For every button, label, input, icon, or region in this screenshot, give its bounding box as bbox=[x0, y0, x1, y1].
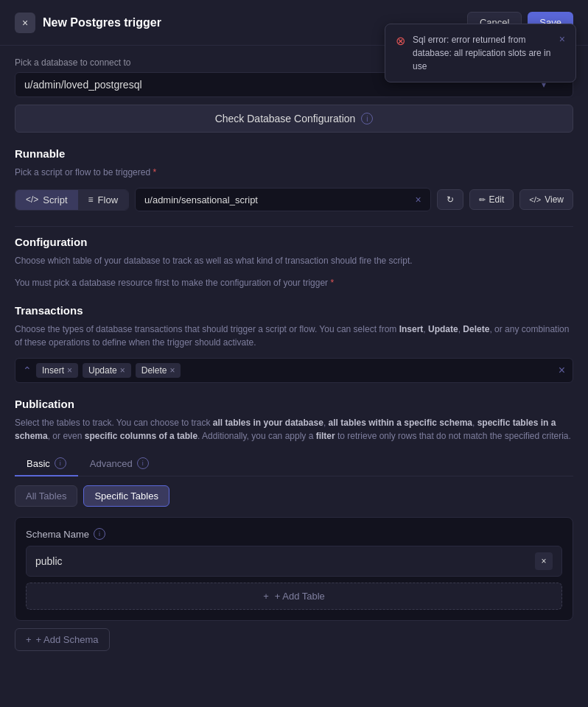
info-icon[interactable]: i bbox=[361, 113, 373, 124]
modal-content: Pick a database to connect to u/admin/lo… bbox=[0, 46, 588, 678]
script-flow-tabs: </> Script ≡ Flow bbox=[15, 189, 129, 211]
table-type-buttons: All Tables Specific Tables bbox=[15, 485, 573, 507]
transactions-desc: Choose the types of database transaction… bbox=[15, 323, 573, 349]
script-tab-label: Script bbox=[43, 194, 67, 205]
pub-tab-basic-label: Basic bbox=[27, 458, 50, 469]
transactions-title: Transactions bbox=[15, 304, 573, 317]
script-clear-button[interactable]: × bbox=[415, 194, 421, 205]
chip-update-label: Update bbox=[88, 365, 117, 376]
schema-name-label: Schema Name bbox=[26, 529, 89, 540]
error-message: Sql error: error returned from database:… bbox=[413, 33, 552, 73]
chip-delete-label: Delete bbox=[141, 365, 167, 376]
advanced-info-icon[interactable]: i bbox=[137, 457, 149, 469]
modal-title: New Postgres trigger bbox=[43, 16, 161, 29]
add-schema-plus-icon: + bbox=[26, 634, 32, 645]
publication-desc: Select the tables to track. You can choo… bbox=[15, 416, 573, 443]
view-button[interactable]: </> View bbox=[519, 189, 573, 210]
chips-expand-icon[interactable]: ⌃ bbox=[23, 365, 32, 376]
view-icon: </> bbox=[529, 195, 541, 204]
runnable-title: Runnable bbox=[15, 147, 573, 160]
required-star: * bbox=[153, 167, 156, 177]
schema-label-row: Schema Name i bbox=[26, 528, 562, 540]
add-table-label: + Add Table bbox=[275, 591, 325, 602]
chip-update: Update × bbox=[83, 363, 131, 378]
error-toast-close-button[interactable]: × bbox=[559, 33, 565, 45]
basic-info-icon[interactable]: i bbox=[55, 457, 66, 469]
chip-insert-label: Insert bbox=[42, 365, 64, 376]
configuration-section: Configuration Choose which table of your… bbox=[15, 236, 573, 289]
script-code-icon: </> bbox=[26, 194, 38, 205]
schema-info-icon[interactable]: i bbox=[94, 528, 105, 540]
publication-section: Publication Select the tables to track. … bbox=[15, 398, 573, 651]
error-toast: ⊗ Sql error: error returned from databas… bbox=[385, 24, 576, 82]
pub-tab-basic[interactable]: Basic i bbox=[15, 451, 78, 476]
flow-icon: ≡ bbox=[88, 194, 94, 205]
publication-title: Publication bbox=[15, 398, 573, 410]
all-tables-button[interactable]: All Tables bbox=[15, 485, 77, 507]
view-label: View bbox=[545, 194, 564, 205]
script-input-row: </> Script ≡ Flow u/admin/sensational_sc… bbox=[15, 188, 573, 211]
pub-tab-advanced[interactable]: Advanced i bbox=[78, 451, 161, 476]
add-schema-button[interactable]: + + Add Schema bbox=[15, 628, 110, 651]
add-table-button[interactable]: + + Add Table bbox=[26, 583, 562, 610]
section-divider bbox=[15, 226, 573, 227]
schema-name-input[interactable]: × bbox=[26, 546, 562, 577]
runnable-section: Runnable Pick a script or flow to be tri… bbox=[15, 147, 573, 211]
check-db-label: Check Database Configuration bbox=[215, 113, 356, 124]
transactions-section: Transactions Choose the types of databas… bbox=[15, 304, 573, 383]
schema-card: Schema Name i × + + Add Table bbox=[15, 517, 573, 621]
add-table-plus-icon: + bbox=[263, 591, 269, 602]
check-database-button[interactable]: Check Database Configuration i bbox=[15, 105, 573, 133]
refresh-icon: ↻ bbox=[447, 194, 454, 205]
schema-name-field[interactable] bbox=[35, 555, 535, 567]
edit-label: Edit bbox=[489, 194, 505, 205]
flow-tab[interactable]: ≡ Flow bbox=[78, 190, 128, 210]
specific-tables-button[interactable]: Specific Tables bbox=[83, 485, 169, 507]
configuration-title: Configuration bbox=[15, 236, 573, 248]
configuration-desc2: You must pick a database resource first … bbox=[15, 276, 573, 289]
chip-delete: Delete × bbox=[136, 363, 181, 378]
refresh-button[interactable]: ↻ bbox=[437, 189, 463, 210]
chip-insert-remove[interactable]: × bbox=[67, 366, 72, 375]
close-button[interactable]: × bbox=[15, 13, 35, 33]
script-path-value: u/admin/sensational_script bbox=[144, 194, 409, 205]
flow-tab-label: Flow bbox=[98, 194, 118, 205]
chip-delete-remove[interactable]: × bbox=[169, 366, 175, 375]
configuration-desc1: Choose which table of your database to t… bbox=[15, 254, 573, 267]
close-icon: × bbox=[22, 17, 28, 29]
schema-clear-button[interactable]: × bbox=[535, 552, 553, 570]
transactions-chips-container: ⌃ Insert × Update × Delete × × bbox=[15, 358, 573, 383]
runnable-desc: Pick a script or flow to be triggered * bbox=[15, 166, 573, 179]
edit-icon: ✏ bbox=[479, 195, 486, 205]
add-schema-label: + Add Schema bbox=[36, 634, 99, 645]
script-path-input[interactable]: u/admin/sensational_script × bbox=[135, 188, 431, 211]
script-tab[interactable]: </> Script bbox=[15, 190, 78, 210]
chip-insert: Insert × bbox=[36, 363, 78, 378]
chips-clear-button[interactable]: × bbox=[559, 364, 565, 377]
error-icon: ⊗ bbox=[396, 34, 405, 48]
modal-container: × New Postgres trigger Cancel Save ⊗ Sql… bbox=[0, 0, 588, 707]
publication-tabs: Basic i Advanced i bbox=[15, 451, 573, 476]
config-required-star: * bbox=[330, 278, 334, 288]
chip-update-remove[interactable]: × bbox=[120, 366, 125, 375]
pub-tab-advanced-label: Advanced bbox=[90, 458, 133, 469]
edit-button[interactable]: ✏ Edit bbox=[469, 189, 514, 210]
